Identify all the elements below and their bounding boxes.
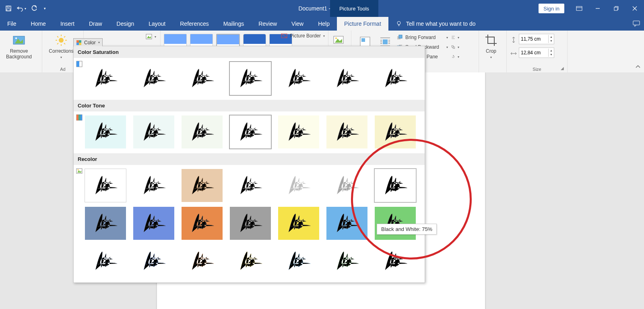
tab-draw[interactable]: Draw — [82, 17, 109, 31]
tab-design[interactable]: Design — [109, 17, 142, 31]
bring-forward-button[interactable]: Bring Forward▾ — [395, 33, 450, 42]
color-gallery-dropdown: Color ▾ Color Saturation Color Tone Reco… — [73, 46, 425, 73]
height-down[interactable]: ▼ — [549, 39, 554, 43]
size-group-label: Size — [507, 67, 567, 72]
bring-forward-label: Bring Forward — [405, 35, 436, 40]
width-down[interactable]: ▼ — [549, 53, 554, 57]
picture-border-button[interactable]: Picture Border ▾ — [279, 31, 326, 40]
color-option[interactable] — [133, 62, 174, 73]
shape-height-input[interactable]: ▲▼ — [519, 34, 554, 44]
crop-label: Crop — [486, 48, 496, 54]
group-crop: Crop ▾ — [479, 31, 507, 72]
color-icon — [76, 40, 82, 45]
svg-point-16 — [335, 37, 337, 39]
rotate-button[interactable]: ▾ — [450, 52, 461, 61]
group-remove-bg: Remove Background — [0, 31, 42, 72]
bring-forward-icon — [396, 34, 403, 41]
corrections-button[interactable]: Corrections ▾ — [45, 32, 77, 59]
save-button[interactable] — [2, 0, 14, 17]
group-button[interactable]: ▾ — [450, 43, 461, 52]
tab-help[interactable]: Help — [311, 17, 337, 31]
border-icon — [281, 33, 287, 39]
group-size: ▲▼ ▲▼ Size ◢ — [507, 31, 568, 72]
comments-button[interactable] — [633, 17, 640, 31]
svg-rect-28 — [76, 40, 79, 43]
remove-background-button[interactable]: Remove Background — [3, 32, 35, 60]
tab-layout[interactable]: Layout — [141, 17, 173, 31]
close-button[interactable] — [625, 0, 644, 17]
color-option[interactable] — [85, 62, 126, 73]
saturation-icon — [76, 61, 83, 67]
ribbon-tabs: File Home Insert Draw Design Layout Refe… — [0, 17, 644, 31]
remove-background-icon — [12, 34, 25, 47]
rotate-icon — [451, 54, 455, 60]
color-option[interactable] — [182, 62, 223, 73]
svg-rect-30 — [76, 43, 79, 45]
tell-me-search[interactable]: Tell me what you want to do — [388, 17, 483, 31]
sign-in-button[interactable]: Sign in — [539, 4, 564, 13]
maximize-button[interactable] — [607, 0, 625, 17]
width-icon — [510, 50, 517, 57]
tab-view[interactable]: View — [284, 17, 311, 31]
tab-mailings[interactable]: Mailings — [216, 17, 251, 31]
svg-rect-33 — [76, 61, 79, 67]
corrections-label: Corrections — [49, 48, 73, 54]
width-up[interactable]: ▲ — [549, 49, 554, 53]
shape-width-value[interactable] — [519, 48, 548, 57]
tab-review[interactable]: Review — [251, 17, 284, 31]
picture-icon — [332, 34, 345, 47]
svg-rect-6 — [633, 21, 640, 25]
crop-icon — [485, 34, 497, 47]
window-controls: Sign in — [539, 0, 644, 17]
svg-rect-19 — [383, 39, 388, 44]
remove-background-label: Remove Background — [3, 48, 35, 60]
svg-rect-3 — [576, 6, 582, 10]
contextual-tab-label: Picture Tools — [330, 0, 378, 17]
tab-references[interactable]: References — [173, 17, 216, 31]
tab-insert[interactable]: Insert — [53, 17, 82, 31]
customize-qat-button[interactable]: ▾ — [41, 0, 48, 17]
svg-point-10 — [59, 38, 64, 43]
align-button[interactable]: ▾ — [450, 33, 461, 42]
shape-height-value[interactable] — [519, 35, 548, 43]
crop-button[interactable]: Crop ▾ — [482, 32, 500, 59]
collapse-ribbon-button[interactable] — [635, 64, 641, 71]
tab-home[interactable]: Home — [24, 17, 53, 31]
lightbulb-icon — [396, 21, 402, 27]
svg-point-5 — [397, 21, 400, 25]
tab-file[interactable]: File — [0, 17, 24, 31]
picture-icon — [146, 33, 152, 40]
tell-me-label: Tell me what you want to do — [406, 21, 476, 27]
height-up[interactable]: ▲ — [549, 35, 554, 39]
color-option[interactable] — [375, 62, 416, 73]
height-icon — [510, 36, 517, 43]
ribbon-display-options-button[interactable] — [570, 0, 588, 17]
alt-text-button[interactable] — [332, 32, 345, 47]
align-icon — [451, 34, 455, 41]
svg-rect-4 — [614, 7, 617, 10]
color-option[interactable] — [278, 62, 319, 73]
redo-button[interactable] — [28, 0, 40, 17]
artistic-effects-button[interactable]: ▾ — [144, 32, 158, 41]
color-option[interactable] — [230, 62, 271, 73]
svg-rect-21 — [399, 35, 402, 38]
section-color-saturation: Color Saturation — [74, 46, 425, 58]
minimize-button[interactable] — [588, 0, 607, 17]
brightness-icon — [55, 34, 68, 47]
undo-button[interactable]: ▾ — [15, 0, 27, 17]
title-bar: ▾ ▾ Document1 - Word Picture Tools Sign … — [0, 0, 644, 17]
svg-rect-2 — [7, 9, 10, 11]
svg-rect-18 — [361, 38, 365, 42]
shape-width-input[interactable]: ▲▼ — [519, 47, 554, 58]
svg-rect-29 — [79, 40, 81, 43]
color-option[interactable] — [326, 62, 367, 73]
svg-point-9 — [15, 37, 17, 39]
tab-picture-format[interactable]: Picture Format — [337, 17, 388, 31]
color-label: Color — [84, 40, 96, 45]
size-dialog-launcher[interactable]: ◢ — [561, 66, 566, 71]
quick-access-toolbar: ▾ ▾ — [0, 0, 51, 17]
color-button[interactable]: Color ▾ — [73, 38, 103, 47]
svg-rect-26 — [452, 45, 453, 47]
saturation-row — [74, 58, 425, 73]
svg-rect-27 — [453, 47, 454, 48]
